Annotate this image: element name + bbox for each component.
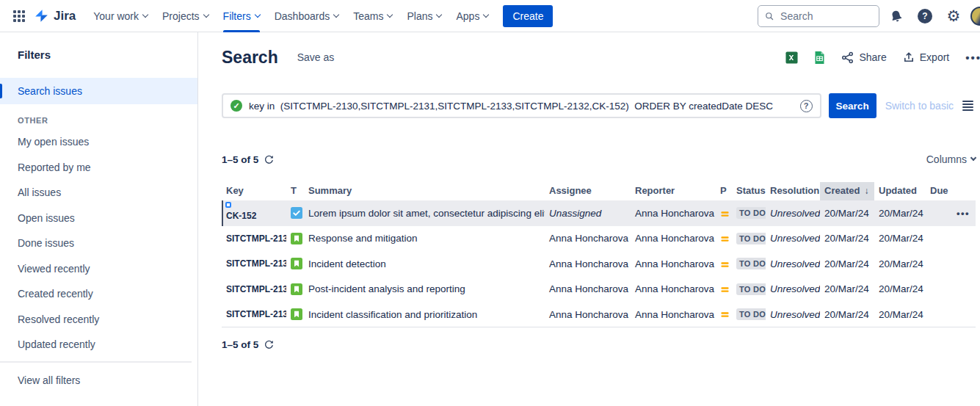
column-header-key[interactable]: Key: [222, 182, 286, 200]
jira-home-link[interactable]: Jira: [34, 8, 76, 23]
switch-to-basic-link[interactable]: Switch to basic: [885, 100, 954, 112]
sidebar-item-viewed-recently[interactable]: Viewed recently: [0, 256, 197, 282]
table-row[interactable]: SITCTMPL-2130Incident classification and…: [222, 302, 976, 327]
assignee: Anna Honcharova: [549, 283, 628, 294]
sidebar-item-reported-by-me[interactable]: Reported by me: [0, 155, 197, 181]
issue-summary-link[interactable]: Incident detection: [308, 258, 386, 269]
pagination-top-label: 1–5 of 5: [222, 154, 258, 165]
settings-button[interactable]: ⚙: [942, 4, 965, 28]
issue-table-body: CK-152Lorem ipsum dolor sit amet, consec…: [222, 200, 976, 327]
refresh-icon: [264, 155, 274, 164]
sidebar-title: Filters: [18, 48, 197, 61]
user-avatar[interactable]: [970, 7, 980, 26]
topbar: Jira Your workProjectsFiltersDashboardsT…: [0, 0, 980, 32]
status-badge: TO DO: [736, 258, 766, 269]
help-button[interactable]: ?: [913, 4, 937, 28]
sidebar-item-created-recently[interactable]: Created recently: [0, 281, 197, 307]
column-header-assignee[interactable]: Assignee: [545, 182, 631, 200]
nav-item-dashboards[interactable]: Dashboards: [267, 0, 346, 32]
issue-summary-link[interactable]: Lorem ipsum dolor sit amet, consectetur …: [308, 208, 545, 219]
sidebar-item-search-issues[interactable]: Search issues: [0, 78, 197, 104]
jql-help-icon[interactable]: ?: [800, 100, 813, 112]
export-button[interactable]: Export: [903, 51, 949, 63]
column-header-updated[interactable]: Updated: [874, 182, 926, 200]
column-header-reporter[interactable]: Reporter: [631, 182, 716, 200]
table-header-row: KeyTSummaryAssigneeReporterPStatusResolu…: [222, 182, 976, 200]
table-row[interactable]: SITCTMPL-2131Post-incident analysis and …: [222, 277, 976, 302]
resolution: Unresolved: [770, 208, 820, 219]
due-date: [926, 302, 952, 327]
column-header-p[interactable]: P: [716, 182, 732, 200]
sidebar-item-open-issues[interactable]: Open issues: [0, 206, 197, 231]
save-as-button[interactable]: Save as: [297, 51, 335, 63]
global-search-input[interactable]: [779, 10, 872, 23]
row-checkbox[interactable]: [225, 202, 231, 208]
row-actions-button[interactable]: •••: [957, 208, 970, 219]
sidebar-item-all-issues[interactable]: All issues: [0, 180, 197, 206]
notifications-button[interactable]: [885, 4, 908, 28]
export-excel-button[interactable]: [785, 51, 798, 64]
column-header-summary[interactable]: Summary: [304, 182, 545, 200]
sidebar-item-done-issues[interactable]: Done issues: [0, 231, 197, 256]
issue-key-link[interactable]: SITCTMPL-2131: [226, 284, 286, 294]
share-icon: [841, 51, 854, 64]
jql-search-button[interactable]: Search: [829, 93, 876, 118]
issue-summary-link[interactable]: Response and mitigation: [308, 233, 418, 244]
brand-name: Jira: [54, 9, 76, 23]
issue-summary-link[interactable]: Post-incident analysis and reporting: [308, 283, 465, 294]
sidebar-item-resolved-recently[interactable]: Resolved recently: [0, 307, 197, 333]
nav-item-label: Projects: [162, 10, 200, 22]
column-header-t[interactable]: T: [286, 182, 304, 200]
issue-key-link[interactable]: CK-152: [226, 211, 256, 221]
columns-dropdown[interactable]: Columns: [926, 153, 976, 165]
status-badge: TO DO: [736, 308, 766, 320]
sidebar-item-updated-recently[interactable]: Updated recently: [0, 332, 197, 358]
created-date: 20/Mar/24: [820, 200, 874, 226]
priority-medium-icon: [720, 234, 730, 244]
table-row[interactable]: SITCTMPL-2132Incident detectionAnna Honc…: [222, 251, 976, 277]
nav-item-filters[interactable]: Filters: [216, 0, 267, 32]
more-actions-button[interactable]: •••: [965, 51, 980, 64]
table-row[interactable]: SITCTMPL-2133Response and mitigationAnna…: [222, 226, 976, 252]
nav-item-teams[interactable]: Teams: [346, 0, 399, 32]
nav-item-apps[interactable]: Apps: [449, 0, 496, 32]
column-header-actions: [952, 182, 976, 200]
updated-date: 20/Mar/24: [874, 302, 926, 327]
nav-item-plans[interactable]: Plans: [399, 0, 449, 32]
sidebar-item-my-open-issues[interactable]: My open issues: [0, 129, 197, 155]
refresh-button[interactable]: [264, 155, 274, 164]
chevron-down-icon: [142, 12, 148, 18]
story-icon: [291, 233, 302, 244]
nav-item-projects[interactable]: Projects: [155, 0, 216, 32]
sidebar: Filters Search issues OTHER My open issu…: [0, 32, 198, 406]
story-icon: [291, 258, 302, 269]
detail-view-toggle-icon[interactable]: [962, 101, 976, 111]
chevron-down-icon: [970, 155, 976, 161]
column-header-label: Due: [930, 185, 948, 196]
assignee: Unassigned: [549, 208, 601, 219]
column-header-status[interactable]: Status: [732, 182, 766, 200]
issue-key-link[interactable]: SITCTMPL-2130: [226, 309, 286, 319]
jql-input[interactable]: ✓ key in (SITCTMPL-2130,SITCTMPL-2131,SI…: [222, 93, 821, 118]
table-row[interactable]: CK-152Lorem ipsum dolor sit amet, consec…: [222, 200, 976, 226]
issue-summary-link[interactable]: Incident classification and prioritizati…: [308, 309, 477, 320]
issue-key-link[interactable]: SITCTMPL-2133: [226, 233, 286, 244]
app-switcher-icon[interactable]: [7, 4, 31, 28]
priority-medium-icon: [720, 285, 730, 294]
reporter: Anna Honcharova: [635, 258, 714, 269]
global-search[interactable]: [758, 5, 879, 27]
chevron-down-icon: [333, 12, 339, 18]
nav-item-label: Filters: [223, 10, 251, 22]
column-header-due[interactable]: Due: [926, 182, 952, 200]
share-button[interactable]: Share: [841, 51, 886, 64]
sidebar-item-view-all-filters[interactable]: View all filters: [0, 368, 197, 394]
updated-date: 20/Mar/24: [874, 251, 926, 277]
issue-key-link[interactable]: SITCTMPL-2132: [226, 258, 286, 269]
column-header-created[interactable]: Created↓: [820, 182, 874, 200]
create-button[interactable]: Create: [503, 5, 553, 27]
refresh-button-bottom[interactable]: [264, 340, 274, 349]
column-header-resolution[interactable]: Resolution: [766, 182, 820, 200]
status-badge: TO DO: [736, 233, 766, 244]
nav-item-your-work[interactable]: Your work: [86, 0, 155, 32]
export-sheets-button[interactable]: [814, 51, 825, 64]
